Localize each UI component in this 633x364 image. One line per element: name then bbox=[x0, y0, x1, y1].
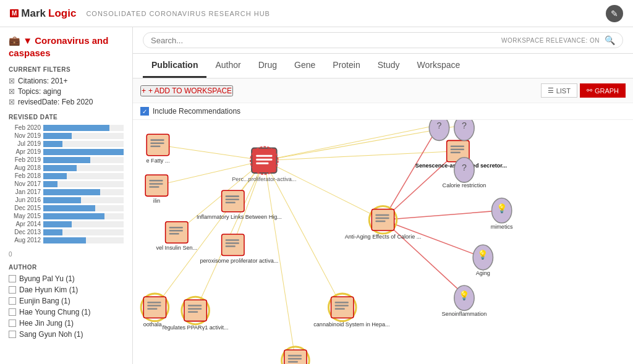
graph-label: GRAPH bbox=[595, 87, 619, 95]
bar-label: Apr 2014 bbox=[9, 221, 41, 227]
filter-item[interactable]: ☒ Citations: 201+ bbox=[9, 77, 124, 85]
filter-item[interactable]: ☒ revisedDate: Feb 2020 bbox=[9, 98, 124, 106]
svg-text:?: ? bbox=[462, 121, 467, 130]
node-bulb-top1[interactable]: ? bbox=[429, 120, 449, 140]
tab-study[interactable]: Study bbox=[369, 54, 409, 78]
filter-item[interactable]: ☒ Topics: aging bbox=[9, 87, 124, 96]
svg-rect-47 bbox=[226, 245, 236, 247]
author-checkbox[interactable] bbox=[9, 320, 16, 327]
node-regulates[interactable]: ŕegulates PPARγ1 activit... bbox=[163, 297, 229, 331]
filter-label: Citations: 201+ bbox=[18, 77, 67, 85]
bar-label: Jan 2017 bbox=[9, 188, 41, 195]
author-checkbox[interactable] bbox=[9, 275, 16, 282]
bar-row[interactable]: Nov 2019 bbox=[9, 132, 124, 139]
node-ilin[interactable]: ilin bbox=[145, 175, 168, 205]
bar-label: Dec 2015 bbox=[9, 205, 41, 211]
workspace-relevance-label: WORKSPACE RELEVANCE: ON bbox=[501, 37, 600, 44]
add-workspace-button[interactable]: + + ADD TO WORKSPACE bbox=[140, 85, 233, 96]
bar-track bbox=[43, 229, 124, 235]
svg-line-0 bbox=[158, 145, 264, 160]
svg-rect-67 bbox=[184, 300, 206, 321]
tab-author[interactable]: Author bbox=[206, 54, 249, 78]
dropdown-arrow[interactable]: ▼ bbox=[23, 35, 32, 46]
filter-list: ☒ Citations: 201+ ☒ Topics: aging ☒ revi… bbox=[9, 77, 124, 106]
bar-row[interactable]: Aug 2018 bbox=[9, 164, 124, 171]
svg-rect-62 bbox=[147, 302, 161, 303]
bar-fill bbox=[43, 229, 62, 235]
node-insulin[interactable]: vel Insulin Sen... bbox=[156, 222, 197, 252]
search-input-wrap[interactable]: WORKSPACE RELEVANCE: ON 🔍 bbox=[143, 32, 623, 48]
bar-row[interactable]: Aug 2012 bbox=[9, 237, 124, 243]
node-senoinflammation[interactable]: 💡 Senoinflammation bbox=[442, 286, 487, 317]
node-center[interactable]: Perc...proliferator-activa... bbox=[232, 146, 296, 182]
include-recommendations-checkbox[interactable]: ✓ bbox=[140, 107, 149, 116]
svg-rect-29 bbox=[145, 175, 168, 196]
tab-workspace[interactable]: Workspace bbox=[408, 54, 469, 78]
node-hypothala[interactable]: oothalа... bbox=[141, 294, 168, 328]
svg-rect-24 bbox=[147, 134, 169, 155]
node-fatty[interactable]: e Fatty ... bbox=[147, 134, 170, 164]
briefcase-icon: 💼 bbox=[9, 35, 20, 46]
svg-rect-52 bbox=[375, 218, 389, 219]
bar-row[interactable]: Feb 2019 bbox=[9, 156, 124, 163]
node-aging[interactable]: 💡 Aging bbox=[473, 245, 493, 276]
svg-rect-22 bbox=[256, 163, 268, 164]
bar-chart: Feb 2020 Nov 2019 Jul 2019 Apr 2019 Feb … bbox=[9, 124, 124, 243]
bar-row[interactable]: Dec 2015 bbox=[9, 205, 124, 211]
bar-row[interactable]: Apr 2014 bbox=[9, 221, 124, 227]
svg-rect-58 bbox=[451, 152, 461, 154]
author-checkbox[interactable] bbox=[9, 286, 16, 294]
svg-rect-31 bbox=[149, 183, 163, 185]
author-item[interactable]: Hae Young Chung (1) bbox=[9, 308, 124, 316]
filter-check-icon: ☒ bbox=[9, 88, 15, 96]
svg-rect-21 bbox=[256, 159, 272, 161]
node-anti-aging[interactable]: Anti-Aging Effects of Calorie ... bbox=[345, 206, 422, 240]
bar-row[interactable]: May 2015 bbox=[9, 213, 124, 219]
author-item[interactable]: Hee Jin Jung (1) bbox=[9, 319, 124, 328]
author-item[interactable]: Byung Pal Yu (1) bbox=[9, 274, 124, 283]
bar-row[interactable]: Feb 2020 bbox=[9, 124, 124, 131]
author-checkbox[interactable] bbox=[9, 297, 16, 305]
header-avatar[interactable]: ✎ bbox=[606, 5, 623, 22]
node-fatty-acid[interactable]: Fatty Acid Signaling Mechanism... bbox=[253, 347, 338, 364]
node-peroxisome[interactable]: peroxisome proliferator activa... bbox=[200, 234, 278, 264]
svg-text:Calorie restriction: Calorie restriction bbox=[443, 182, 486, 188]
bar-row[interactable]: Jun 2016 bbox=[9, 197, 124, 203]
bar-row[interactable]: Jan 2017 bbox=[9, 188, 124, 195]
tab-gene[interactable]: Gene bbox=[286, 54, 324, 78]
bar-row[interactable]: Apr 2019 bbox=[9, 148, 124, 155]
sidebar-workspace-title[interactable]: 💼 ▼ Coronavirus and caspases bbox=[9, 35, 124, 59]
graph-canvas[interactable]: Perc...proliferator-activa... e Fatty ..… bbox=[133, 120, 633, 364]
author-checkbox[interactable] bbox=[9, 331, 16, 338]
author-label: AUTHOR bbox=[9, 264, 124, 271]
svg-text:Senoinflammation: Senoinflammation bbox=[442, 311, 487, 317]
author-item[interactable]: Dae Hyun Kim (1) bbox=[9, 286, 124, 294]
search-icon[interactable]: 🔍 bbox=[605, 35, 615, 45]
node-cannabinoid[interactable]: cannabinoid System in Hepa... bbox=[313, 294, 389, 328]
author-item[interactable]: Sang Gyun Noh (1) bbox=[9, 330, 124, 339]
tab-drug[interactable]: Drug bbox=[250, 54, 286, 78]
svg-rect-42 bbox=[169, 233, 179, 235]
bar-fill bbox=[43, 205, 95, 211]
bar-row[interactable]: Feb 2018 bbox=[9, 172, 124, 179]
bar-track bbox=[43, 173, 124, 179]
search-bar: WORKSPACE RELEVANCE: ON 🔍 bbox=[133, 27, 633, 54]
node-bulb-top2[interactable]: ? bbox=[454, 120, 474, 140]
svg-rect-56 bbox=[451, 145, 464, 147]
bar-label: Feb 2020 bbox=[9, 124, 41, 131]
tab-publication[interactable]: Publication bbox=[143, 54, 206, 78]
list-view-button[interactable]: ☰ LIST bbox=[541, 83, 577, 98]
author-name: Eunjin Bang (1) bbox=[19, 297, 70, 305]
bar-row[interactable]: Nov 2017 bbox=[9, 180, 124, 187]
author-checkbox[interactable] bbox=[9, 308, 16, 316]
bar-row[interactable]: Dec 2013 bbox=[9, 229, 124, 235]
node-mimetics[interactable]: 💡 mimetics bbox=[491, 198, 513, 230]
svg-text:peroxisome proliferator activa: peroxisome proliferator activa... bbox=[200, 258, 278, 264]
bar-row[interactable]: Jul 2019 bbox=[9, 140, 124, 147]
search-input[interactable] bbox=[151, 36, 501, 45]
tab-protein[interactable]: Protein bbox=[324, 54, 368, 78]
author-item[interactable]: Eunjin Bang (1) bbox=[9, 297, 124, 305]
view-toggle: ☰ LIST ⚯ GRAPH bbox=[541, 83, 626, 98]
bar-label: Nov 2019 bbox=[9, 132, 41, 139]
graph-view-button[interactable]: ⚯ GRAPH bbox=[580, 83, 626, 98]
